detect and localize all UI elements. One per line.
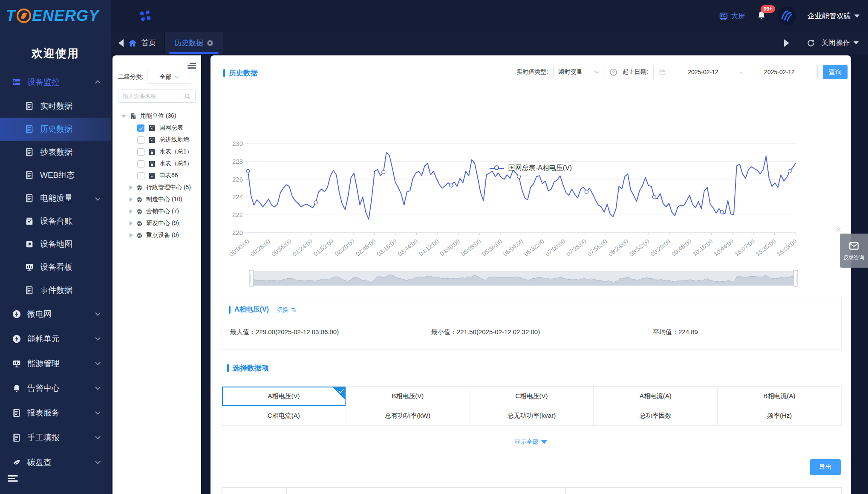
expand-open-icon[interactable] — [121, 115, 126, 118]
tree-group-rnd-center[interactable]: 研发中心 (9) — [112, 217, 201, 229]
checkbox[interactable] — [137, 160, 144, 168]
svg-text:03:44:00: 03:44:00 — [396, 238, 419, 257]
sidebar-item-report-service[interactable]: 报表服务 — [0, 401, 111, 425]
tab-bar: 首页 历史数据 关闭操作 — [111, 32, 868, 54]
data-item-button-5[interactable]: C相电流(A) — [222, 406, 346, 426]
data-item-button-0[interactable]: A相电压(V) — [222, 387, 346, 406]
data-item-button-6[interactable]: 总有功功率(kW) — [346, 406, 470, 426]
category-select[interactable]: 全部 — [147, 71, 191, 84]
date-start-input[interactable]: 2025-02-12 — [670, 69, 736, 75]
server-icon — [12, 78, 21, 87]
device-search-input[interactable] — [123, 93, 181, 99]
tree-device-grid-main-meter[interactable]: 国网总表 — [112, 122, 201, 134]
switch-metric-button[interactable]: 切换 — [277, 306, 297, 314]
svg-text:06:04:00: 06:04:00 — [502, 238, 525, 257]
sidebar-item-energy-unit[interactable]: 能耗单元 — [0, 326, 111, 351]
expand-closed-icon[interactable] — [130, 197, 133, 202]
expand-closed-icon[interactable] — [130, 221, 133, 226]
svg-text:230: 230 — [232, 140, 243, 147]
sidebar-item-event-data[interactable]: 事件数据 — [0, 279, 111, 302]
tree-device-water-meter-5[interactable]: 水表（总5） — [112, 158, 201, 170]
sidebar-item-device-board[interactable]: 设备看板 — [0, 256, 111, 279]
stat-min: 最小值：221.50(2025-02-12 02:32:00) — [431, 328, 540, 336]
realtime-type-label: 实时值类型: — [516, 68, 548, 76]
tree-group-key-devices[interactable]: 重点设备 (0) — [112, 229, 201, 241]
query-button[interactable]: 查询 — [823, 65, 848, 79]
notifications-button[interactable]: 99+ — [756, 10, 767, 22]
apps-grid-icon[interactable] — [139, 9, 152, 22]
expand-closed-icon[interactable] — [130, 209, 133, 214]
data-item-button-4[interactable]: B相电流(A) — [718, 387, 842, 406]
data-item-button-1[interactable]: B相电压(V) — [346, 387, 470, 406]
tree-group-label: 研发中心 (9) — [146, 220, 179, 227]
data-item-button-7[interactable]: 总无功功率(kvar) — [470, 406, 594, 426]
tree-root-energy-units[interactable]: 用能单位 (36) — [112, 110, 201, 122]
date-end-input[interactable]: 2025-02-12 — [747, 69, 812, 75]
checkbox-checked[interactable] — [137, 124, 144, 132]
expand-closed-icon[interactable] — [130, 233, 133, 238]
org-switcher[interactable]: 企业能管双碳 — [807, 11, 859, 21]
checkbox[interactable] — [137, 136, 144, 144]
sidebar-item-meter-reading-data[interactable]: 抄表数据 — [0, 141, 111, 164]
caret-down-icon — [541, 440, 547, 444]
doc-icon — [12, 408, 21, 418]
layers-icon — [136, 232, 143, 239]
tree-group-label: 行政管理中心 (5) — [146, 184, 191, 191]
checkbox[interactable] — [137, 148, 144, 156]
help-icon[interactable] — [609, 68, 617, 76]
tab-history-data[interactable]: 历史数据 — [165, 32, 223, 54]
tab-close-icon[interactable] — [207, 40, 213, 46]
sidebar-item-device-monitoring[interactable]: 设备监控 — [0, 70, 111, 95]
svg-text:05:36:00: 05:36:00 — [481, 238, 503, 257]
sidebar-item-microgrid[interactable]: 微电网 — [0, 302, 111, 326]
sidebar-item-alarm-center[interactable]: 告警中心 — [0, 376, 111, 401]
data-item-button-8[interactable]: 总功率因数 — [594, 406, 718, 426]
show-all-button[interactable]: 显示全部 — [211, 438, 851, 446]
refresh-icon[interactable] — [807, 39, 815, 47]
sidebar-item-realtime-data[interactable]: 实时数据 — [0, 95, 111, 118]
sidebar-item-history-data[interactable]: 历史数据 — [0, 118, 111, 141]
data-item-button-3[interactable]: A相电流(A) — [594, 387, 718, 406]
tree-group-marketing-center[interactable]: 营销中心 (7) — [112, 205, 201, 217]
chart-canvas[interactable]: 22022222422622823000:00:0000:28:0000:56:… — [211, 119, 851, 298]
sidebar-item-web-config[interactable]: WEB组态 — [0, 164, 111, 187]
user-avatar[interactable] — [778, 7, 796, 26]
sidebar-item-manual-entry[interactable]: 手工填报 — [0, 425, 111, 450]
search-icon[interactable] — [184, 93, 191, 100]
data-item-button-2[interactable]: C相电压(V) — [470, 387, 594, 406]
export-button[interactable]: 导出 — [810, 459, 841, 475]
feedback-close-icon[interactable]: ✕ — [835, 225, 842, 234]
sidebar-item-power-quality[interactable]: 电能质量 — [0, 187, 111, 210]
sidebar-item-device-ledger[interactable]: 设备台账 — [0, 210, 111, 233]
date-range-picker[interactable]: 2025-02-12 - 2025-02-12 — [653, 65, 818, 79]
stats-card: A相电压(V) 切换 最大值：229.00(2025-02-12 03:06:0… — [222, 298, 842, 350]
tree-device-electric-meter-66[interactable]: 电表66 — [112, 170, 201, 182]
close-operations-menu[interactable]: 关闭操作 — [821, 38, 859, 48]
feedback-widget[interactable]: 反馈咨询 — [840, 234, 868, 268]
bolt-icon — [12, 309, 21, 319]
checkbox[interactable] — [137, 172, 144, 179]
tree-device-main-incoming-new[interactable]: 总进线新增 — [112, 134, 201, 146]
tree-group-admin-center[interactable]: 行政管理中心 (5) — [112, 182, 201, 194]
tree-group-manufacturing-center[interactable]: 制造中心 (10) — [112, 194, 201, 205]
tree-device-water-meter-1[interactable]: 水表（总1） — [112, 146, 201, 158]
realtime-type-select[interactable]: 瞬时变量 — [553, 65, 604, 79]
tabs-scroll-right-icon[interactable] — [784, 39, 789, 47]
sidebar-item-label: 设备地图 — [40, 239, 72, 250]
sidebar-item-carbon-audit[interactable]: 碳盘查 — [0, 450, 111, 475]
home-icon[interactable] — [128, 38, 137, 48]
leaf-icon — [12, 458, 21, 467]
sidebar-item-device-map[interactable]: 设备地图 — [0, 233, 111, 256]
expand-closed-icon[interactable] — [130, 185, 133, 190]
data-item-button-9[interactable]: 频率(Hz) — [718, 406, 842, 426]
tree-menu-icon[interactable] — [187, 61, 196, 68]
sidebar-collapse-icon[interactable] — [8, 474, 18, 482]
sidebar-item-energy-management[interactable]: 能源管理 — [0, 351, 111, 376]
doc-icon — [25, 194, 34, 203]
tabs-scroll-left-icon[interactable] — [118, 39, 124, 47]
tab-home[interactable]: 首页 — [141, 38, 156, 48]
svg-text:07:56:00: 07:56:00 — [586, 238, 608, 257]
screen-icon — [719, 12, 728, 21]
big-screen-button[interactable]: 大屏 — [719, 11, 745, 21]
svg-text:222: 222 — [232, 211, 243, 218]
